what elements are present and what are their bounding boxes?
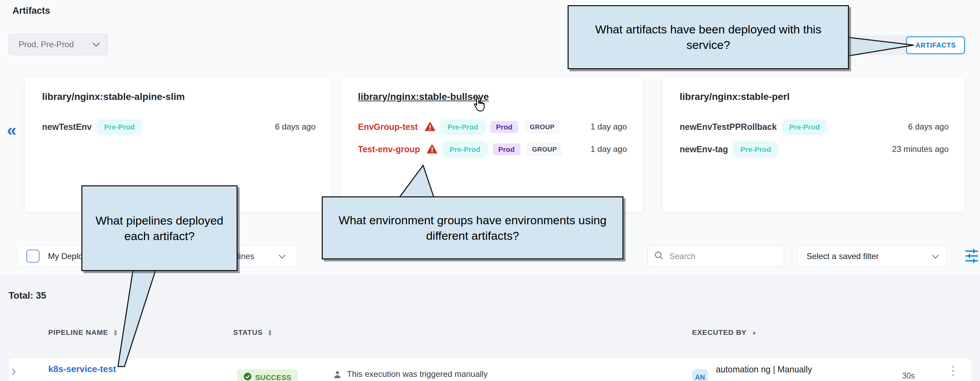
search-icon	[654, 251, 664, 262]
artifacts-page: Artifacts Prod, Pre-Prod ENVIRONMENTS AR…	[0, 0, 980, 381]
env-group-link[interactable]: Test-env-group	[358, 144, 420, 154]
group-badge: GROUP	[527, 143, 562, 156]
deploy-time: 1 day ago	[591, 144, 627, 154]
tab-artifacts[interactable]: ARTIFACTS	[906, 37, 965, 54]
cursor-pointer-icon	[473, 97, 485, 113]
saved-filter-dropdown[interactable]: Select a saved filter	[797, 245, 947, 267]
preprod-badge: Pre-Prod	[444, 143, 486, 156]
env-group-link[interactable]: EnvGroup-test	[358, 122, 418, 132]
prod-badge: Prod	[493, 143, 520, 156]
artifact-card: library/nginx:stable-perl newEnvTestPPRo…	[662, 77, 964, 212]
user-icon	[333, 370, 342, 381]
my-deployments-checkbox[interactable]	[26, 249, 40, 263]
callout-artifacts-question: What artifacts have been deployed with t…	[568, 5, 849, 69]
filter-settings-icon[interactable]	[965, 248, 978, 265]
executed-by-text: automation ng | Manually	[716, 365, 812, 375]
callout-env-groups-question: What environment groups have environment…	[322, 196, 624, 259]
warning-icon	[427, 144, 437, 154]
chevron-down-icon	[278, 254, 286, 260]
env-row: newEnvTestPPRollback Pre-Prod 6 days ago	[680, 119, 949, 135]
column-label: STATUS	[233, 328, 263, 337]
success-check-icon	[243, 372, 252, 381]
env-type-filter-value: Prod, Pre-Prod	[19, 40, 74, 49]
column-header-executed-by[interactable]: EXECUTED BY ▲	[692, 328, 757, 337]
artifact-title: library/nginx:stable-alpine-slim	[42, 91, 314, 102]
warning-icon	[425, 122, 435, 132]
prod-badge: Prod	[490, 121, 518, 133]
saved-filter-label: Select a saved filter	[807, 251, 879, 261]
page-title: Artifacts	[13, 5, 50, 16]
artifact-title-link[interactable]: library/nginx:stable-bullseye	[358, 91, 625, 102]
preprod-badge: Pre-Prod	[784, 121, 826, 133]
sort-ascending-icon: ▲	[751, 330, 757, 335]
env-row: Test-env-group Pre-Prod Prod GROUP 1 day…	[358, 141, 627, 157]
column-label: EXECUTED BY	[692, 328, 746, 337]
deploy-time: 6 days ago	[908, 122, 949, 132]
total-count: Total: 35	[9, 291, 46, 301]
sort-icon: ▲▼	[113, 329, 118, 336]
chevron-down-icon	[92, 40, 100, 49]
artifact-title: library/nginx:stable-perl	[680, 91, 947, 102]
chevron-down-icon	[932, 251, 939, 261]
preprod-badge: Pre-Prod	[735, 143, 776, 156]
preprod-badge: Pre-Prod	[442, 121, 484, 133]
deploy-time: 6 days ago	[275, 122, 315, 132]
env-row: newTestEnv Pre-Prod 6 days ago	[42, 119, 315, 135]
preprod-badge: Pre-Prod	[99, 121, 140, 133]
artifact-card: library/nginx:stable-bullseye EnvGroup-t…	[341, 77, 643, 212]
env-type-filter-dropdown[interactable]: Prod, Pre-Prod	[9, 34, 108, 55]
column-label: PIPELINE NAME	[48, 328, 108, 337]
more-options-icon[interactable]: ⋮	[947, 365, 959, 377]
callout-pipelines-question: What pipelines deployed each artifact?	[81, 185, 238, 271]
deploy-time: 1 day ago	[591, 122, 627, 132]
env-name-link[interactable]: newEnvTestPPRollback	[680, 122, 777, 132]
execution-row[interactable]	[9, 358, 971, 381]
pipeline-name-link[interactable]: k8s-service-test	[48, 364, 116, 375]
avatar: AN	[692, 369, 708, 381]
callout-text: What artifacts have been deployed with t…	[577, 22, 840, 53]
deploy-time: 23 minutes ago	[892, 144, 949, 154]
sort-icon: ▲▼	[267, 329, 273, 336]
row-expander-icon[interactable]: ›	[11, 363, 16, 378]
column-header-pipeline-name[interactable]: PIPELINE NAME ▲▼	[48, 328, 118, 337]
status-label: SUCCESS	[255, 373, 291, 381]
trigger-text: This execution was triggered manually	[347, 369, 488, 379]
column-header-status[interactable]: STATUS ▲▼	[233, 328, 272, 337]
status-badge: SUCCESS	[237, 369, 298, 381]
env-row: EnvGroup-test Pre-Prod Prod GROUP 1 day …	[358, 119, 627, 135]
env-name-link[interactable]: newTestEnv	[42, 122, 92, 132]
collapse-panel-icon[interactable]: «	[7, 121, 17, 138]
callout-text: What environment groups have environment…	[331, 213, 614, 244]
callout-text: What pipelines deployed each artifact?	[91, 213, 228, 244]
duration-text: 30s	[902, 371, 915, 381]
group-badge: GROUP	[525, 121, 559, 133]
env-name-link[interactable]: newEnv-tag	[680, 144, 728, 154]
search-box	[648, 245, 784, 267]
search-input[interactable]	[669, 251, 778, 262]
env-row: newEnv-tag Pre-Prod 23 minutes ago	[680, 141, 949, 157]
